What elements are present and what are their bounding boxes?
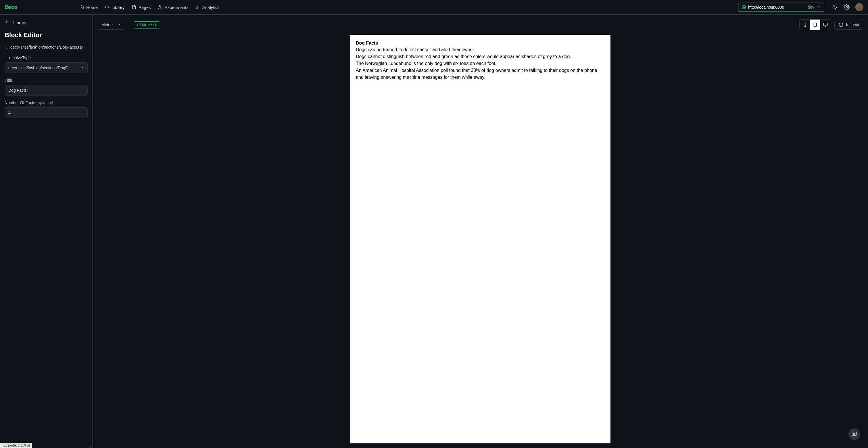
inspect-button[interactable]: Inspect	[834, 20, 863, 30]
tree-item[interactable]: deco-sites/fashion/sections/DogFacts.tsx	[5, 44, 88, 51]
back-arrow-icon	[5, 19, 10, 26]
status-url: https://deco.cx/live	[0, 443, 32, 448]
svg-point-19	[815, 26, 815, 26]
resolve-type-select[interactable]	[5, 62, 88, 73]
svg-point-14	[846, 7, 847, 8]
nav-pages[interactable]: Pages	[132, 5, 151, 10]
nav-home[interactable]: Home	[79, 5, 98, 10]
chevron-down-icon	[5, 46, 8, 51]
nav-analytics[interactable]: Analytics	[195, 5, 220, 10]
fact-line: The Norwegian Lundehund is the only dog …	[356, 60, 605, 67]
resolve-type-label: __resolveType	[5, 56, 88, 60]
home-icon	[79, 5, 84, 9]
fact-line: Dogs can be trained to detect cancer and…	[356, 46, 605, 53]
code-icon	[104, 5, 109, 9]
title-field-label: Title	[5, 78, 88, 83]
logo[interactable]: deco	[5, 3, 25, 11]
svg-line-13	[837, 5, 837, 6]
theme-toggle-icon[interactable]	[832, 4, 838, 10]
status-indicator-icon	[742, 5, 746, 9]
back-label: Library	[13, 20, 26, 25]
settings-icon[interactable]	[844, 4, 849, 10]
viewport-desktop-button[interactable]	[820, 20, 831, 30]
svg-rect-20	[824, 23, 827, 26]
preview-body: Dogs can be trained to detect cancer and…	[356, 46, 605, 81]
nav-experiments[interactable]: Experiments	[157, 5, 188, 10]
preview-frame: Dog Facts Dogs can be trained to detect …	[350, 35, 611, 443]
viewport-mobile-button[interactable]	[800, 20, 810, 30]
metrics-button[interactable]: Metrics	[97, 20, 125, 30]
back-button[interactable]: Library	[5, 19, 88, 26]
env-label: dev	[808, 5, 814, 9]
flask-icon	[157, 5, 162, 9]
html-size-badge: HTML • 5KB	[134, 21, 160, 28]
page-icon	[132, 5, 136, 9]
fact-line: An American Animal Hospital Association …	[356, 67, 605, 81]
nav-analytics-label: Analytics	[202, 5, 220, 10]
nav-home-label: Home	[86, 5, 98, 10]
nav-library[interactable]: Library	[104, 5, 125, 10]
resize-handle[interactable]	[88, 444, 92, 447]
numfacts-label: Number Of Facts (optional)	[5, 100, 88, 105]
sidebar-title: Block Editor	[5, 31, 88, 39]
viewport-tablet-button[interactable]	[810, 20, 820, 30]
fact-line: Dogs cannot distinguish between red and …	[356, 53, 605, 60]
svg-point-5	[834, 6, 836, 8]
nav-library-label: Library	[112, 5, 125, 10]
url-text: http://localhost:8000	[748, 5, 805, 9]
chevron-down-icon	[816, 5, 820, 10]
numfacts-input[interactable]	[5, 107, 88, 118]
url-bar[interactable]: http://localhost:8000 dev	[738, 3, 824, 12]
tree-item-label: deco-sites/fashion/sections/DogFacts.tsx	[10, 44, 83, 50]
preview-title: Dog Facts	[356, 40, 605, 46]
nav-pages-label: Pages	[138, 5, 151, 10]
avatar[interactable]	[855, 3, 863, 11]
svg-point-1	[5, 4, 7, 6]
chart-icon	[195, 5, 200, 9]
nav-experiments-label: Experiments	[164, 5, 188, 10]
chat-button[interactable]	[848, 428, 860, 440]
title-input[interactable]	[5, 85, 88, 96]
